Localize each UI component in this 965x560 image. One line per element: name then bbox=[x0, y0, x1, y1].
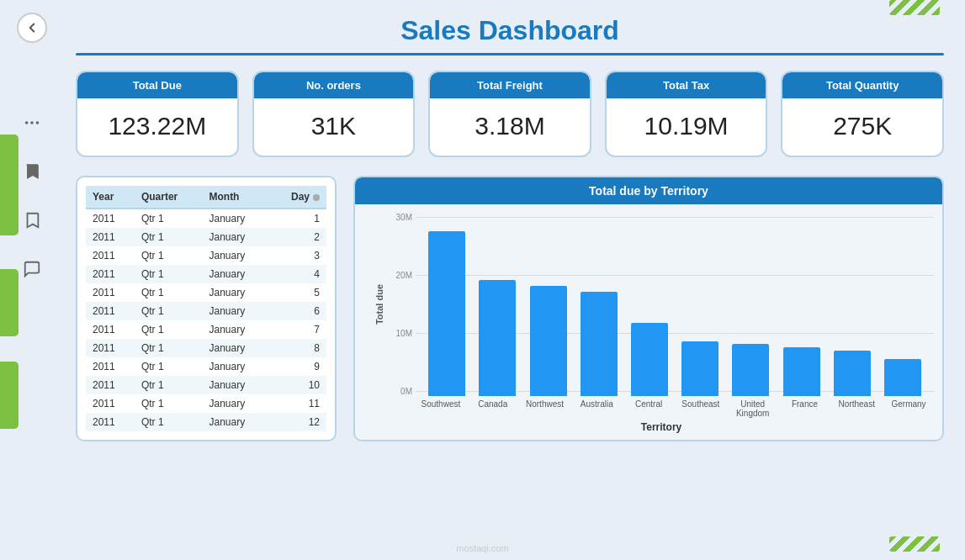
table-row[interactable]: 2011Qtr 1January9 bbox=[86, 357, 326, 376]
bar-0[interactable] bbox=[428, 231, 465, 396]
kpi-card-4: Total Quantity 275K bbox=[781, 71, 944, 157]
table-cell-11-0: 2011 bbox=[86, 413, 135, 431]
bar-col-4 bbox=[625, 213, 674, 396]
table-cell-4-1: Qtr 1 bbox=[135, 283, 203, 302]
comment-icon[interactable] bbox=[15, 252, 49, 286]
main-content: Sales Dashboard Total Due 123.22M No. or… bbox=[59, 0, 965, 560]
green-tab-1 bbox=[0, 135, 19, 235]
kpi-header-0: Total Due bbox=[77, 72, 237, 98]
table-cell-4-3: 5 bbox=[269, 283, 326, 302]
y-label-3: 0M bbox=[389, 387, 412, 396]
y-label-1: 20M bbox=[389, 271, 412, 280]
bookmark-outline-icon[interactable] bbox=[15, 203, 49, 237]
bar-col-7 bbox=[777, 213, 825, 396]
bar-col-2 bbox=[523, 213, 572, 396]
kpi-header-3: Total Tax bbox=[607, 72, 766, 98]
dots-button[interactable] bbox=[15, 106, 49, 140]
table-cell-9-2: January bbox=[202, 376, 269, 394]
table-cell-7-3: 8 bbox=[269, 339, 326, 357]
table-cell-1-3: 2 bbox=[269, 228, 326, 246]
col-header-year: Year bbox=[86, 186, 135, 209]
table-cell-2-1: Qtr 1 bbox=[135, 246, 203, 265]
bar-2[interactable] bbox=[530, 286, 567, 396]
kpi-header-4: Total Quantity bbox=[782, 72, 942, 98]
table-cell-11-2: January bbox=[202, 413, 269, 431]
table-row[interactable]: 2011Qtr 1January10 bbox=[86, 376, 326, 394]
table-row[interactable]: 2011Qtr 1January12 bbox=[86, 413, 326, 431]
table-cell-10-2: January bbox=[202, 394, 269, 413]
title-underline bbox=[76, 53, 944, 55]
x-label-7: France bbox=[780, 399, 830, 418]
green-tab-3 bbox=[0, 362, 19, 429]
table-row[interactable]: 2011Qtr 1January7 bbox=[86, 320, 326, 339]
table-cell-1-2: January bbox=[202, 228, 269, 246]
bar-6[interactable] bbox=[732, 344, 769, 396]
kpi-value-1: 31K bbox=[254, 98, 414, 156]
table-cell-9-3: 10 bbox=[269, 376, 326, 394]
x-axis-title: Territory bbox=[389, 421, 934, 433]
table-cell-2-3: 3 bbox=[269, 246, 326, 265]
x-labels-row: SouthwestCanadaNorthwestAustraliaCentral… bbox=[389, 399, 934, 418]
bar-col-5 bbox=[676, 213, 724, 396]
bar-col-1 bbox=[473, 213, 522, 396]
svg-point-1 bbox=[30, 121, 34, 124]
x-label-0: Southwest bbox=[416, 399, 466, 418]
table-cell-5-1: Qtr 1 bbox=[135, 302, 203, 320]
y-label-0: 30M bbox=[389, 213, 412, 222]
date-table: YearQuarterMonthDay 2011Qtr 1January1201… bbox=[86, 186, 326, 431]
bar-3[interactable] bbox=[581, 292, 618, 396]
bar-5[interactable] bbox=[681, 341, 718, 396]
bar-col-3 bbox=[575, 213, 623, 396]
kpi-card-3: Total Tax 10.19M bbox=[605, 71, 768, 157]
y-label-2: 10M bbox=[389, 329, 412, 338]
x-label-8: Northeast bbox=[831, 399, 882, 418]
bar-4[interactable] bbox=[631, 323, 668, 396]
table-cell-10-3: 11 bbox=[269, 394, 326, 413]
table-row[interactable]: 2011Qtr 1January6 bbox=[86, 302, 326, 320]
table-cell-3-3: 4 bbox=[269, 265, 326, 283]
table-cell-5-3: 6 bbox=[269, 302, 326, 320]
x-label-9: Germany bbox=[883, 399, 934, 418]
table-cell-6-3: 7 bbox=[269, 320, 326, 339]
bar-9[interactable] bbox=[884, 359, 921, 396]
table-cell-3-0: 2011 bbox=[86, 265, 135, 283]
table-cell-11-1: Qtr 1 bbox=[135, 413, 203, 431]
kpi-value-3: 10.19M bbox=[607, 98, 766, 156]
green-tab-2 bbox=[0, 269, 19, 336]
table-cell-0-3: 1 bbox=[269, 209, 326, 228]
x-label-5: Southeast bbox=[676, 399, 726, 418]
table-cell-7-2: January bbox=[202, 339, 269, 357]
bar-1[interactable] bbox=[479, 280, 516, 396]
bar-7[interactable] bbox=[783, 347, 820, 396]
kpi-card-2: Total Freight 3.18M bbox=[428, 71, 591, 157]
x-label-1: Canada bbox=[468, 399, 518, 418]
page-title: Sales Dashboard bbox=[76, 15, 944, 46]
bookmark-solid-icon[interactable] bbox=[15, 155, 49, 188]
table-row[interactable]: 2011Qtr 1January4 bbox=[86, 265, 326, 283]
table-row[interactable]: 2011Qtr 1January1 bbox=[86, 209, 326, 228]
x-label-3: Australia bbox=[571, 399, 622, 418]
table-cell-0-2: January bbox=[202, 209, 269, 228]
table-cell-11-3: 12 bbox=[269, 413, 326, 431]
table-cell-0-0: 2011 bbox=[86, 209, 135, 228]
table-cell-0-1: Qtr 1 bbox=[135, 209, 203, 228]
back-button[interactable] bbox=[17, 13, 47, 43]
table-cell-5-2: January bbox=[202, 302, 269, 320]
kpi-header-2: Total Freight bbox=[430, 72, 590, 98]
bar-col-8 bbox=[828, 213, 877, 396]
chart-container: Total due by Territory Total due 30M 20M… bbox=[353, 176, 944, 441]
sidebar-icons bbox=[15, 106, 49, 286]
table-row[interactable]: 2011Qtr 1January11 bbox=[86, 394, 326, 413]
date-table-container: YearQuarterMonthDay 2011Qtr 1January1201… bbox=[76, 176, 337, 441]
kpi-header-1: No. orders bbox=[254, 72, 414, 98]
bar-col-9 bbox=[878, 213, 927, 396]
table-cell-2-0: 2011 bbox=[86, 246, 135, 265]
table-row[interactable]: 2011Qtr 1January5 bbox=[86, 283, 326, 302]
col-header-month: Month bbox=[202, 186, 269, 209]
y-axis-label: Total due bbox=[374, 284, 384, 325]
bar-8[interactable] bbox=[834, 351, 871, 397]
table-cell-6-1: Qtr 1 bbox=[135, 320, 203, 339]
table-row[interactable]: 2011Qtr 1January3 bbox=[86, 246, 326, 265]
table-row[interactable]: 2011Qtr 1January2 bbox=[86, 228, 326, 246]
table-row[interactable]: 2011Qtr 1January8 bbox=[86, 339, 326, 357]
